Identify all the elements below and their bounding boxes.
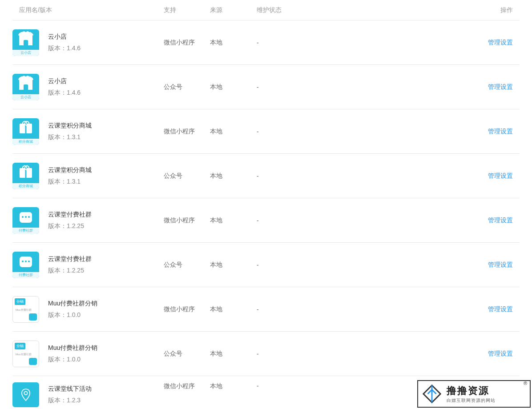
cell-support: 微信小程序 <box>164 39 210 47</box>
cell-source: 本地 <box>210 382 257 390</box>
table-row: 云小店云小店版本：1.4.6公众号本地-管理设置 <box>12 65 520 109</box>
table-row: 分销Muu付费社群Muu付费社群分销版本：1.0.0公众号本地-管理设置 <box>12 332 520 376</box>
cell-source: 本地 <box>210 217 257 225</box>
app-name: 云课堂付费社群 <box>48 211 92 219</box>
cell-support: 公众号 <box>164 261 210 269</box>
watermark-subtitle: 白嫖互联网资源的网站 <box>447 397 526 404</box>
app-name: 云小店 <box>48 33 81 41</box>
app-name: Muu付费社群分销 <box>48 300 97 308</box>
cell-status: - <box>257 172 484 180</box>
cell-support: 公众号 <box>164 350 210 358</box>
app-icon: 云小店 <box>12 74 39 100</box>
app-name: 云小店 <box>48 77 81 85</box>
app-icon-label: 付费社群 <box>12 228 39 234</box>
manage-settings-link[interactable]: 管理设置 <box>488 217 513 224</box>
cell-status: - <box>257 84 484 91</box>
app-table: 应用名/版本 支持 来源 维护状态 操作 云小店云小店版本：1.4.6微信小程序… <box>0 0 532 407</box>
cell-support: 微信小程序 <box>164 382 210 390</box>
cell-status: - <box>257 39 484 46</box>
app-version: 版本：1.2.25 <box>48 222 92 230</box>
watermark-title: 撸撸资源 <box>447 384 526 397</box>
app-icon-label: 付费社群 <box>12 272 39 278</box>
manage-settings-link[interactable]: 管理设置 <box>488 261 513 268</box>
header-action: 操作 <box>484 6 520 14</box>
app-version: 版本：1.3.1 <box>48 178 92 186</box>
manage-settings-link[interactable]: 管理设置 <box>488 83 513 90</box>
app-icon <box>12 382 39 407</box>
app-icon-label: 云小店 <box>12 94 39 100</box>
table-row: 付费社群云课堂付费社群版本：1.2.25公众号本地-管理设置 <box>12 243 520 287</box>
app-icon: 付费社群 <box>12 252 39 278</box>
header-source: 来源 <box>210 6 257 14</box>
watermark-registered: ® <box>524 381 527 386</box>
cell-support: 公众号 <box>164 172 210 180</box>
table-row: 付费社群云课堂付费社群版本：1.2.25微信小程序本地-管理设置 <box>12 198 520 243</box>
cell-source: 本地 <box>210 261 257 269</box>
table-row: 云小店云小店版本：1.4.6微信小程序本地-管理设置 <box>12 20 520 65</box>
header-name: 应用名/版本 <box>12 6 164 14</box>
app-name: 云课堂线下活动 <box>48 385 92 393</box>
app-icon: 云小店 <box>12 29 39 56</box>
app-name: Muu付费社群分销 <box>48 344 97 352</box>
manage-settings-link[interactable]: 管理设置 <box>488 172 513 179</box>
manage-settings-link[interactable]: 管理设置 <box>488 305 513 313</box>
cell-status: - <box>257 217 484 224</box>
table-row: 积分商城云课堂积分商城版本：1.3.1微信小程序本地-管理设置 <box>12 109 520 154</box>
cell-status: - <box>257 350 484 357</box>
watermark-badge: ® 撸撸资源 白嫖互联网资源的网站 <box>417 380 531 407</box>
cell-source: 本地 <box>210 172 257 180</box>
cell-source: 本地 <box>210 305 257 313</box>
svg-point-0 <box>24 392 27 395</box>
cell-source: 本地 <box>210 83 257 91</box>
table-header: 应用名/版本 支持 来源 维护状态 操作 <box>12 0 520 20</box>
app-icon: 分销Muu付费社群 <box>12 296 39 323</box>
watermark-logo-icon <box>422 384 442 404</box>
cell-status: - <box>257 261 484 269</box>
cell-support: 微信小程序 <box>164 305 210 313</box>
app-name: 云课堂积分商城 <box>48 166 92 174</box>
app-icon-label: 云小店 <box>12 50 39 56</box>
manage-settings-link[interactable]: 管理设置 <box>488 128 513 135</box>
cell-source: 本地 <box>210 39 257 47</box>
cell-source: 本地 <box>210 350 257 358</box>
app-version: 版本：1.2.3 <box>48 397 92 405</box>
cell-support: 公众号 <box>164 83 210 91</box>
app-version: 版本：1.4.6 <box>48 44 81 52</box>
app-version: 版本：1.0.0 <box>48 356 97 364</box>
app-version: 版本：1.3.1 <box>48 133 92 141</box>
app-icon-label: 积分商城 <box>12 183 39 189</box>
app-icon: 积分商城 <box>12 163 39 189</box>
header-support: 支持 <box>164 6 210 14</box>
app-version: 版本：1.4.6 <box>48 89 81 97</box>
app-version: 版本：1.2.25 <box>48 267 92 275</box>
table-row: 分销Muu付费社群Muu付费社群分销版本：1.0.0微信小程序本地-管理设置 <box>12 287 520 332</box>
cell-source: 本地 <box>210 128 257 136</box>
cell-status: - <box>257 128 484 135</box>
app-name: 云课堂付费社群 <box>48 255 92 263</box>
app-version: 版本：1.0.0 <box>48 311 97 319</box>
app-icon: 付费社群 <box>12 207 39 234</box>
table-row: 积分商城云课堂积分商城版本：1.3.1公众号本地-管理设置 <box>12 154 520 198</box>
cell-support: 微信小程序 <box>164 128 210 136</box>
header-status: 维护状态 <box>257 6 484 14</box>
app-name: 云课堂积分商城 <box>48 122 92 130</box>
app-icon-label: 积分商城 <box>12 139 39 145</box>
app-icon: 积分商城 <box>12 118 39 145</box>
cell-support: 微信小程序 <box>164 217 210 225</box>
app-icon: 分销Muu付费社群 <box>12 341 39 367</box>
cell-status: - <box>257 306 484 313</box>
manage-settings-link[interactable]: 管理设置 <box>488 39 513 46</box>
manage-settings-link[interactable]: 管理设置 <box>488 350 513 357</box>
